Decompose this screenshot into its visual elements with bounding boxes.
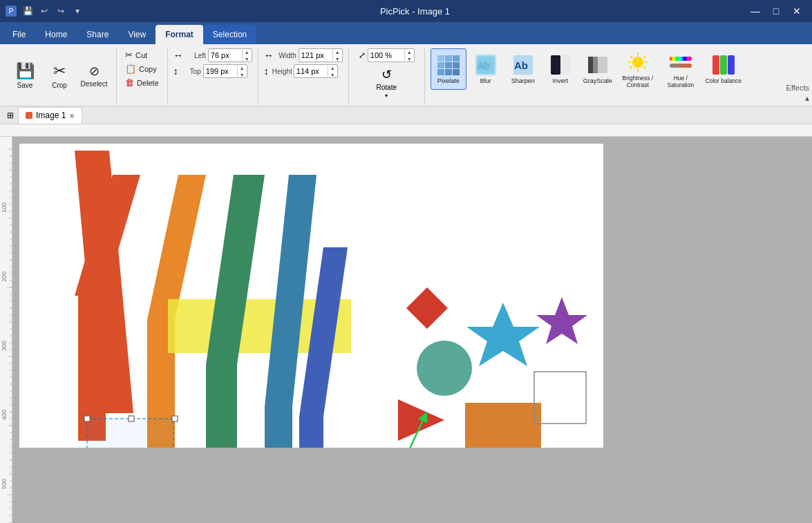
left-row: ↔ Left ▲ ▼ xyxy=(173,48,252,62)
delete-button[interactable]: 🗑 Delete xyxy=(122,76,162,89)
brightness-icon xyxy=(625,51,650,73)
effects-group-label: Effects xyxy=(786,84,809,92)
width-input[interactable] xyxy=(299,51,332,59)
height-spin-down[interactable]: ▼ xyxy=(328,71,337,78)
maximize-btn[interactable]: □ xyxy=(766,3,786,19)
svg-rect-7 xyxy=(445,69,452,75)
save-button[interactable]: 💾 Save xyxy=(8,59,41,92)
height-row: ↕ Height ▲ ▼ xyxy=(264,64,343,78)
ribbon: 💾 Save ✂ Crop ⊘ Deselect ✂ Cut 📋 Copy xyxy=(0,44,812,106)
tab-share[interactable]: Share xyxy=(77,25,118,44)
image-tab[interactable]: Image 1 × xyxy=(18,107,82,124)
width-spin-up[interactable]: ▲ xyxy=(332,48,342,55)
tab-view[interactable]: View xyxy=(118,25,155,44)
left-input[interactable] xyxy=(209,51,242,59)
sharpen-button[interactable]: Ab Sharpen xyxy=(505,48,541,90)
tab-dot xyxy=(26,112,32,119)
blur-button[interactable]: Ab Blur xyxy=(468,48,504,90)
width-spin-down[interactable]: ▼ xyxy=(332,55,342,62)
multi-tab-btn[interactable]: ⊞ xyxy=(3,107,18,124)
ruler-v-canvas xyxy=(0,137,12,523)
height-spin-up[interactable]: ▲ xyxy=(328,64,337,71)
copy-button[interactable]: 📋 Copy xyxy=(122,62,162,75)
ruler-horizontal: // Ticks rendered dynamically xyxy=(0,124,812,137)
svg-line-25 xyxy=(643,56,645,58)
svg-rect-63 xyxy=(129,416,134,421)
invert-icon xyxy=(548,54,573,76)
pixelate-icon xyxy=(436,54,461,76)
scale-spin-down[interactable]: ▼ xyxy=(404,55,414,62)
minimize-btn[interactable]: — xyxy=(746,3,765,19)
top-input-wrap: ▲ ▼ xyxy=(203,64,247,78)
height-spinners: ▲ ▼ xyxy=(328,64,337,78)
quick-access-dropdown[interactable]: ▾ xyxy=(70,4,84,18)
cut-button[interactable]: ✂ Cut xyxy=(122,48,162,61)
blur-icon: Ab xyxy=(473,54,498,76)
height-input-wrap: ▲ ▼ xyxy=(294,64,338,78)
svg-rect-61 xyxy=(87,419,173,448)
tab-file[interactable]: File xyxy=(3,25,35,44)
image-canvas: Shapes LINE Curved Arrow with text xyxy=(19,144,603,448)
ribbon-group-scale: ⤢ ▲ ▼ ↺ Rotate ▾ xyxy=(349,47,425,104)
top-spin-up[interactable]: ▲ xyxy=(237,64,247,71)
pixelate-button[interactable]: Pixelate xyxy=(431,48,466,90)
save-icon: 💾 xyxy=(16,62,35,80)
svg-line-24 xyxy=(643,66,645,68)
position-inputs: ↔ Left ▲ ▼ ↕ Top ▲ ▼ xyxy=(173,48,252,78)
ribbon-tabs: File Home Share View Format Selection xyxy=(0,22,812,44)
delete-icon: 🗑 xyxy=(125,77,134,88)
rotate-button[interactable]: ↺ Rotate ▾ xyxy=(359,64,415,102)
window-controls: — □ ✕ xyxy=(746,3,806,19)
hue-saturation-button[interactable]: Hue / Saturation xyxy=(660,48,701,91)
top-input[interactable] xyxy=(204,67,237,75)
height-label: Height xyxy=(272,68,292,75)
redo-btn[interactable]: ↪ xyxy=(54,4,68,18)
tab-selection[interactable]: Selection xyxy=(203,25,256,44)
svg-rect-14 xyxy=(560,55,570,75)
width-spinners: ▲ ▼ xyxy=(332,48,342,62)
width-input-wrap: ▲ ▼ xyxy=(299,48,343,62)
scale-spinners: ▲ ▼ xyxy=(404,48,414,62)
svg-point-18 xyxy=(632,57,643,68)
canvas-container[interactable]: Shapes LINE Curved Arrow with text xyxy=(12,137,812,523)
ribbon-collapse-btn[interactable]: ▴ xyxy=(786,93,809,103)
top-pos-icon: ↕ xyxy=(173,66,178,77)
svg-rect-0 xyxy=(437,55,444,61)
crop-button[interactable]: ✂ Crop xyxy=(43,59,76,92)
save-quick-btn[interactable]: 💾 xyxy=(21,4,35,18)
height-icon: ↕ xyxy=(264,66,269,77)
tab-home[interactable]: Home xyxy=(35,25,77,44)
tab-format[interactable]: Format xyxy=(155,25,203,44)
scale-spin-up[interactable]: ▲ xyxy=(404,48,414,55)
sharpen-icon: Ab xyxy=(511,54,536,76)
svg-line-26 xyxy=(630,66,632,68)
height-input[interactable] xyxy=(294,67,328,75)
width-row: ↔ Width ▲ ▼ xyxy=(264,48,343,62)
grayscale-button[interactable]: GrayScale xyxy=(580,48,616,90)
undo-btn[interactable]: ↩ xyxy=(37,4,51,18)
tab-close-btn[interactable]: × xyxy=(69,111,75,121)
svg-rect-2 xyxy=(453,55,460,61)
svg-line-23 xyxy=(630,56,632,58)
left-spin-down[interactable]: ▼ xyxy=(242,55,252,62)
brightness-button[interactable]: Brightness / Contrast xyxy=(617,48,659,91)
svg-rect-4 xyxy=(445,62,452,68)
top-spin-down[interactable]: ▼ xyxy=(237,71,247,78)
svg-rect-29 xyxy=(712,55,719,75)
app-title: PicPick - Image 1 xyxy=(84,6,746,17)
close-btn[interactable]: ✕ xyxy=(787,3,806,19)
ribbon-group-size: ↔ Width ▲ ▼ ↕ Height ▲ ▼ xyxy=(258,47,349,104)
deselect-icon: ⊘ xyxy=(89,64,100,79)
svg-rect-32 xyxy=(12,124,812,137)
width-label: Width xyxy=(277,52,296,59)
clipboard-btns: ✂ Cut 📋 Copy 🗑 Delete xyxy=(122,48,162,89)
color-balance-button[interactable]: Color balance xyxy=(703,48,744,90)
left-spin-up[interactable]: ▲ xyxy=(242,48,252,55)
invert-button[interactable]: Invert xyxy=(542,48,578,90)
ribbon-group-clipboard: ✂ Cut 📋 Copy 🗑 Delete xyxy=(117,47,168,104)
left-label: Left xyxy=(187,52,206,59)
scale-input[interactable] xyxy=(368,51,404,59)
svg-point-45 xyxy=(417,341,472,396)
deselect-button[interactable]: ⊘ Deselect xyxy=(77,61,111,91)
svg-rect-27 xyxy=(670,57,692,61)
